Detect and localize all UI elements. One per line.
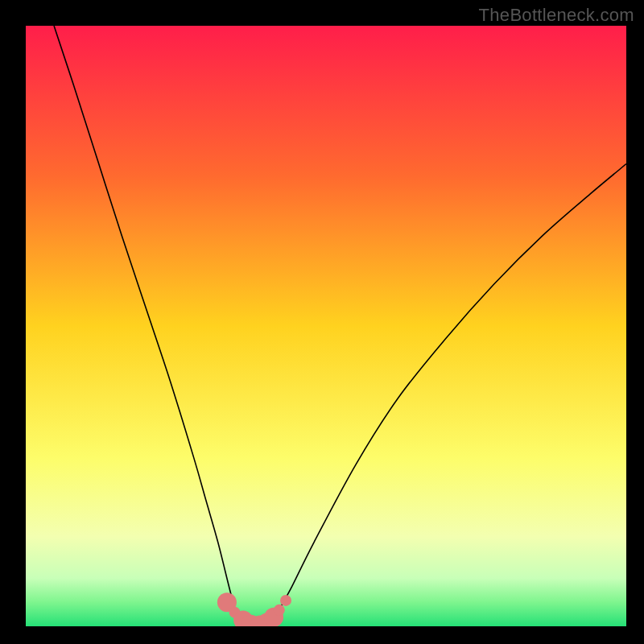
gradient-background	[26, 26, 626, 626]
bottom-marker	[280, 595, 291, 606]
watermark-text: TheBottleneck.com	[479, 5, 634, 26]
bottom-marker	[274, 605, 285, 616]
chart-frame: TheBottleneck.com	[0, 0, 644, 644]
plot-area	[26, 26, 626, 626]
plot-svg	[26, 26, 626, 626]
